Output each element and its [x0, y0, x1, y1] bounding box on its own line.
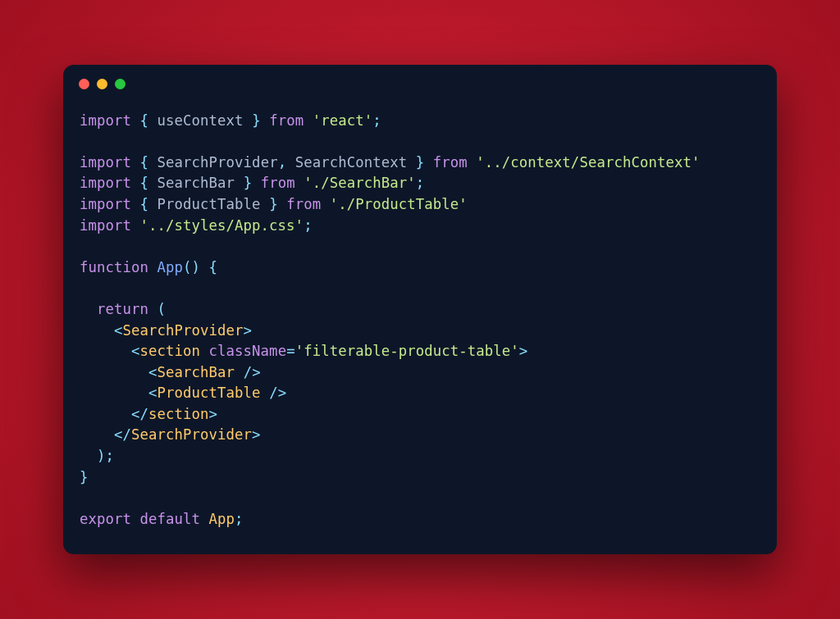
- code-window: import { useContext } from 'react'; impo…: [63, 65, 777, 555]
- window-titlebar: [63, 65, 777, 96]
- code-content: import { useContext } from 'react'; impo…: [63, 96, 777, 555]
- minimize-icon[interactable]: [97, 79, 107, 89]
- close-icon[interactable]: [79, 79, 89, 89]
- maximize-icon[interactable]: [115, 79, 126, 89]
